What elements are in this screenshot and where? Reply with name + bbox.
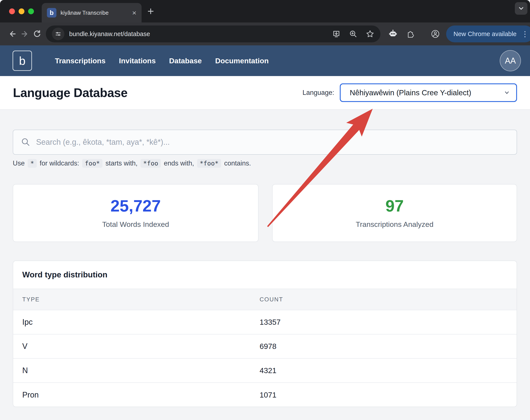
stat-value: 25,727 [110,198,161,214]
wildcard-chip: * [28,159,37,168]
language-label: Language: [302,89,334,97]
hint-text: for wildcards: [40,159,79,167]
back-icon [8,29,17,38]
star-icon [366,29,374,38]
cell-count: 1071 [260,391,516,399]
install-app-button[interactable] [332,29,341,38]
nav-item-transcriptions[interactable]: Transcriptions [55,57,105,65]
reload-button[interactable] [31,28,43,40]
extensions-button[interactable] [406,29,414,38]
hint-text: contains. [224,159,251,167]
puzzle-icon [406,29,414,38]
word-type-table-card: Word type distribution TYPE COUNT Ipc 13… [13,261,517,407]
profile-icon [431,29,440,39]
url-text[interactable]: bundle.kiyanaw.net/database [69,30,150,38]
browser-tab[interactable]: b kiyânaw Transcribe × [42,3,142,22]
table-row: Pron 1071 [13,383,516,407]
browser-toolbar: bundle.kiyanaw.net/database [0,22,530,45]
stat-card-total-words: 25,727 Total Words Indexed [13,184,259,242]
tab-favicon: b [47,8,56,17]
zoom-button[interactable] [349,29,357,38]
nav-links: Transcriptions Invitations Database Docu… [55,57,269,65]
table-row: Ipc 13357 [13,310,516,334]
reload-icon [32,29,41,38]
tab-title: kiyânaw Transcribe [60,10,109,16]
chevron-down-icon [504,89,510,96]
hint-text: Use [13,159,25,167]
cell-type: N [22,366,260,375]
nav-item-invitations[interactable]: Invitations [119,57,156,65]
search-icon [21,137,30,147]
stat-card-transcriptions: 97 Transcriptions Analyzed [272,184,517,242]
chrome-update-chip[interactable]: New Chrome available ⋮ [446,26,530,42]
stat-label: Total Words Indexed [102,220,169,229]
table-row: V 6978 [13,334,516,359]
fullscreen-window-button[interactable] [28,8,34,14]
table-title: Word type distribution [13,261,516,289]
wildcard-chip: foo* [82,159,103,168]
window-controls [9,8,34,14]
wildcard-chip: *foo [141,159,161,168]
forward-icon [20,29,29,38]
hint-text: ends with, [164,159,194,167]
new-tab-button[interactable]: + [147,5,154,18]
page-header: Language Database Language: Nêhiyawêwin … [0,76,530,110]
toolbar-separator [422,29,423,39]
profile-button[interactable] [431,29,440,39]
cell-type: V [22,342,260,351]
close-window-button[interactable] [9,8,15,14]
app-logo[interactable]: b [13,51,32,71]
browser-window: b kiyânaw Transcribe × + [0,0,530,420]
assistant-extension-button[interactable] [388,29,398,39]
search-box[interactable] [13,130,517,155]
stat-value: 97 [385,198,404,214]
language-select[interactable]: Nêhiyawêwin (Plains Cree Y-dialect) [340,83,517,102]
tab-close-icon[interactable]: × [132,9,136,16]
hint-text: starts with, [105,159,137,167]
chevron-down-icon [517,5,525,12]
forward-button[interactable] [19,28,31,40]
language-select-value: Nêhiyawêwin (Plains Cree Y-dialect) [350,88,471,97]
minimize-window-button[interactable] [19,8,24,14]
cell-count: 6978 [260,342,516,351]
address-bar[interactable]: bundle.kiyanaw.net/database [46,26,381,42]
stat-label: Transcriptions Analyzed [356,220,434,229]
cell-type: Pron [22,391,260,399]
table-header-row: TYPE COUNT [13,289,516,310]
tab-strip: b kiyânaw Transcribe × + [0,0,530,22]
column-header-type: TYPE [22,296,260,303]
back-button[interactable] [6,28,19,40]
cell-count: 4321 [260,366,516,375]
bookmark-button[interactable] [366,29,374,38]
cell-count: 13357 [260,318,516,326]
table-row: N 4321 [13,359,516,383]
nav-item-database[interactable]: Database [169,57,202,65]
column-header-count: COUNT [260,296,516,303]
page-title: Language Database [13,86,128,100]
wildcard-hint: Use * for wildcards: foo* starts with, *… [13,159,251,168]
user-avatar[interactable]: AA [500,50,521,71]
chrome-update-label: New Chrome available [454,30,516,38]
tune-icon [55,30,62,38]
install-icon [332,29,341,38]
browser-menu-icon[interactable]: ⋮ [521,29,529,38]
tab-search-button[interactable] [515,2,527,15]
wildcard-chip: *foo* [197,159,221,168]
zoom-in-icon [349,29,357,38]
nav-item-documentation[interactable]: Documentation [215,57,269,65]
cell-type: Ipc [22,318,260,327]
site-info-button[interactable] [52,28,64,40]
search-input[interactable] [36,137,509,147]
app-navbar: b Transcriptions Invitations Database Do… [0,45,530,76]
robot-icon [388,29,398,39]
